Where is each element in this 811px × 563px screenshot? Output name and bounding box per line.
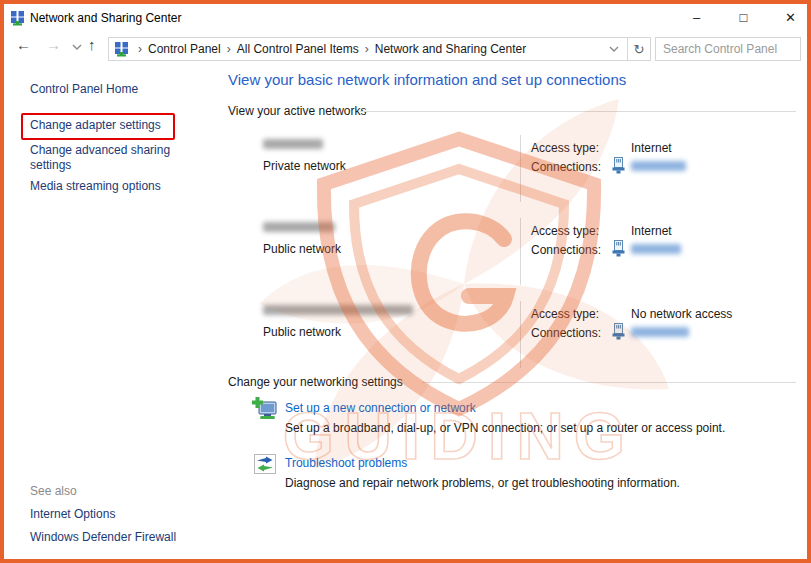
access-type-label: Access type: bbox=[531, 141, 599, 155]
ethernet-icon bbox=[612, 240, 625, 257]
refresh-icon: ↻ bbox=[634, 42, 645, 57]
maximize-button[interactable]: □ bbox=[721, 4, 766, 31]
connection-link-redacted[interactable] bbox=[631, 244, 681, 254]
connection-link-redacted[interactable] bbox=[631, 327, 689, 337]
breadcrumb-separator: › bbox=[365, 42, 369, 56]
connections-label: Connections: bbox=[531, 243, 601, 257]
network-icon bbox=[114, 41, 130, 57]
breadcrumb-item-control-panel[interactable]: Control Panel bbox=[148, 42, 221, 56]
search-input[interactable] bbox=[656, 42, 811, 56]
forward-icon: → bbox=[46, 36, 61, 53]
divider bbox=[520, 301, 521, 368]
breadcrumb: › Control Panel › All Control Panel Item… bbox=[108, 37, 628, 61]
ethernet-icon bbox=[612, 157, 625, 174]
see-also-label: See also bbox=[30, 484, 77, 498]
access-type-label: Access type: bbox=[531, 224, 599, 238]
connections-label: Connections: bbox=[531, 326, 601, 340]
back-button[interactable]: ← bbox=[16, 36, 31, 54]
close-icon: ✕ bbox=[785, 10, 796, 25]
up-button[interactable]: ↑ bbox=[88, 36, 96, 54]
sidebar-item-internet-options[interactable]: Internet Options bbox=[30, 507, 115, 521]
sidebar-item-advanced-sharing[interactable]: Change advanced sharing settings bbox=[30, 143, 180, 173]
connections-label: Connections: bbox=[531, 160, 601, 174]
divider bbox=[422, 382, 796, 383]
troubleshoot-description: Diagnose and repair network problems, or… bbox=[285, 476, 680, 490]
divider bbox=[360, 111, 796, 112]
breadcrumb-item-current[interactable]: Network and Sharing Center bbox=[375, 42, 526, 56]
network-type: Public network bbox=[263, 242, 341, 256]
access-type-value: Internet bbox=[631, 141, 672, 155]
close-button[interactable]: ✕ bbox=[768, 4, 811, 31]
up-icon: ↑ bbox=[88, 36, 96, 53]
troubleshoot-icon bbox=[254, 454, 276, 474]
divider bbox=[520, 218, 521, 285]
breadcrumb-separator: › bbox=[227, 42, 231, 56]
sidebar-item-windows-defender-firewall[interactable]: Windows Defender Firewall bbox=[30, 530, 176, 544]
refresh-button[interactable]: ↻ bbox=[627, 37, 651, 61]
page-title: View your basic network information and … bbox=[228, 71, 626, 88]
sidebar-item-control-panel-home[interactable]: Control Panel Home bbox=[30, 82, 138, 96]
chevron-down-icon bbox=[73, 45, 81, 49]
new-connection-icon bbox=[252, 397, 278, 421]
divider bbox=[520, 135, 521, 202]
forward-button[interactable]: → bbox=[46, 36, 61, 54]
network-type: Private network bbox=[263, 159, 346, 173]
search-box bbox=[655, 37, 801, 61]
access-type-label: Access type: bbox=[531, 307, 599, 321]
network-name-redacted bbox=[263, 222, 335, 232]
troubleshoot-link[interactable]: Troubleshoot problems bbox=[285, 456, 407, 470]
window-title: Network and Sharing Center bbox=[30, 11, 181, 25]
access-type-value: No network access bbox=[631, 307, 732, 321]
access-type-value: Internet bbox=[631, 224, 672, 238]
annotation-highlight-box bbox=[21, 113, 175, 140]
network-name-redacted bbox=[263, 139, 323, 149]
chevron-down-icon bbox=[610, 47, 618, 51]
sidebar-item-media-streaming[interactable]: Media streaming options bbox=[30, 179, 161, 193]
networking-settings-title: Change your networking settings bbox=[228, 375, 403, 389]
network-sharing-center-window: Network and Sharing Center – □ ✕ ← → ↑ ›… bbox=[0, 0, 811, 563]
back-icon: ← bbox=[16, 36, 31, 53]
recent-pages-button[interactable] bbox=[72, 44, 82, 50]
minimize-icon: – bbox=[693, 10, 700, 25]
maximize-icon: □ bbox=[740, 10, 748, 25]
setup-connection-link[interactable]: Set up a new connection or network bbox=[285, 401, 476, 415]
connection-link-redacted[interactable] bbox=[631, 161, 686, 171]
address-dropdown-button[interactable] bbox=[609, 46, 619, 52]
network-name-redacted bbox=[263, 305, 413, 315]
breadcrumb-separator: › bbox=[138, 42, 142, 56]
network-type: Public network bbox=[263, 325, 341, 339]
active-networks-title: View your active networks bbox=[228, 104, 367, 118]
setup-connection-description: Set up a broadband, dial-up, or VPN conn… bbox=[285, 421, 725, 435]
ethernet-icon bbox=[612, 323, 625, 340]
title-bar: Network and Sharing Center – □ ✕ bbox=[4, 4, 807, 32]
network-icon bbox=[10, 10, 26, 26]
minimize-button[interactable]: – bbox=[674, 4, 719, 31]
breadcrumb-item-all-items[interactable]: All Control Panel Items bbox=[237, 42, 359, 56]
